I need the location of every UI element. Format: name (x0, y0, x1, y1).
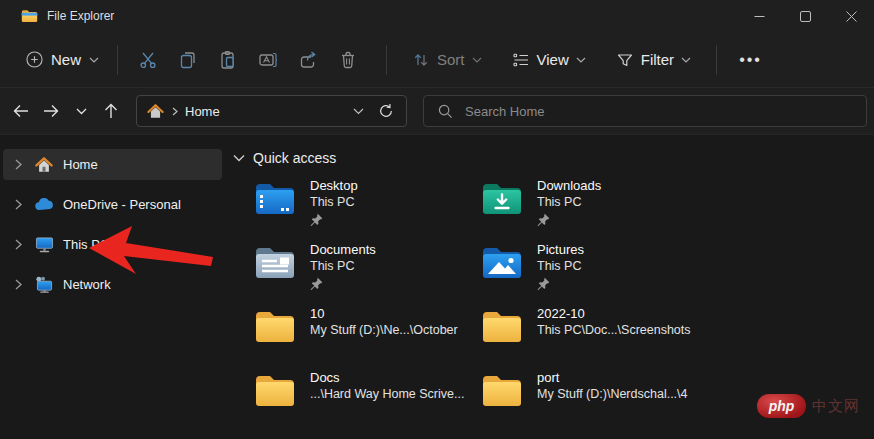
item-name: Docs (310, 370, 464, 386)
pin-icon (537, 213, 550, 226)
address-dropdown-chevron-icon[interactable] (353, 108, 364, 115)
documents-folder-icon (254, 244, 296, 280)
sort-label: Sort (437, 51, 465, 68)
chevron-right-icon[interactable] (5, 199, 31, 210)
address-bar[interactable]: Home (136, 95, 407, 127)
pictures-folder-icon (481, 244, 523, 280)
divider (386, 45, 387, 75)
sort-icon (412, 51, 430, 69)
paste-icon[interactable] (208, 42, 248, 78)
pin-icon (537, 277, 550, 290)
close-button[interactable] (828, 0, 874, 32)
breadcrumb[interactable]: Home (185, 104, 220, 119)
desktop-folder-icon (254, 180, 296, 216)
home-icon (147, 104, 164, 119)
downloads-folder-icon (481, 180, 523, 216)
sidebar-item-label: Home (63, 157, 98, 172)
chevron-down-icon (472, 57, 482, 63)
quick-access-item-10[interactable]: 10 My Stuff (D:)\Ne...\October (254, 306, 481, 370)
view-button[interactable]: View (503, 45, 595, 75)
rename-icon[interactable] (248, 42, 288, 78)
quick-access-item-pictures[interactable]: Pictures This PC (481, 242, 741, 306)
file-explorer-window: File Explorer New (0, 0, 874, 439)
chevron-right-icon[interactable] (5, 159, 31, 170)
view-label: View (537, 51, 569, 68)
search-icon (438, 104, 453, 119)
item-location: My Stuff (D:)\Ne...\October (310, 322, 458, 338)
quick-access-item-documents[interactable]: Documents This PC (254, 242, 481, 306)
chevron-right-icon[interactable] (5, 239, 31, 250)
maximize-button[interactable] (782, 0, 828, 32)
item-name: 2022-10 (537, 306, 691, 322)
network-icon (33, 276, 55, 293)
more-options-button[interactable]: ••• (727, 47, 774, 73)
quick-access-item-docs[interactable]: Docs ...\Hard Way Home Scrive... (254, 370, 481, 434)
new-button-label: New (51, 51, 81, 68)
chevron-down-icon (233, 154, 245, 162)
quick-access-section-header[interactable]: Quick access (233, 150, 874, 166)
folder-icon (21, 9, 38, 23)
quick-access-item-2022-10[interactable]: 2022-10 This PC\Doc...\Screenshots (481, 306, 741, 370)
pin-icon (310, 213, 323, 226)
php-logo: php (757, 394, 806, 418)
chevron-down-icon (89, 57, 99, 63)
sort-button[interactable]: Sort (403, 45, 491, 75)
folder-icon (481, 308, 523, 344)
pin-icon (310, 277, 323, 290)
home-icon (33, 157, 55, 173)
chevron-right-icon[interactable] (5, 279, 31, 290)
search-input[interactable] (465, 104, 845, 119)
chevron-down-icon (576, 57, 586, 63)
view-icon (512, 51, 530, 69)
quick-access-item-downloads[interactable]: Downloads This PC (481, 178, 741, 242)
item-location: This PC\Doc...\Screenshots (537, 322, 691, 338)
item-name: Desktop (310, 178, 358, 194)
quick-access-item-port[interactable]: port My Stuff (D:)\Nerdschal...\4 (481, 370, 741, 434)
item-name: Pictures (537, 242, 584, 258)
folder-icon (254, 308, 296, 344)
quick-access-item-desktop[interactable]: Desktop This PC (254, 178, 481, 242)
breadcrumb-chevron-icon (172, 107, 178, 116)
cut-icon[interactable] (128, 42, 168, 78)
command-bar: New Sort (0, 32, 874, 88)
navigation-bar: Home (0, 88, 874, 135)
item-location: My Stuff (D:)\Nerdschal...\4 (537, 386, 688, 402)
folder-icon (254, 372, 296, 408)
back-button[interactable] (6, 96, 36, 126)
search-box[interactable] (423, 95, 867, 127)
filter-label: Filter (641, 51, 674, 68)
onedrive-cloud-icon (33, 198, 55, 211)
minimize-button[interactable] (736, 0, 782, 32)
divider (117, 45, 118, 75)
item-location: ...\Hard Way Home Scrive... (310, 386, 464, 402)
item-name: Downloads (537, 178, 601, 194)
refresh-icon[interactable] (378, 103, 394, 119)
red-arrow-annotation (86, 224, 216, 284)
section-title: Quick access (253, 150, 336, 166)
item-location: This PC (537, 258, 584, 274)
share-icon[interactable] (288, 42, 328, 78)
sidebar-item-label: OneDrive - Personal (63, 197, 181, 212)
window-title: File Explorer (47, 9, 114, 23)
delete-icon[interactable] (328, 42, 368, 78)
item-location: This PC (310, 194, 358, 210)
divider (716, 45, 717, 75)
recent-locations-chevron[interactable] (66, 96, 96, 126)
watermark-text: 中文网 (812, 397, 860, 416)
sidebar-item-home[interactable]: Home (3, 149, 222, 180)
filter-button[interactable]: Filter (607, 45, 700, 75)
item-location: This PC (310, 258, 376, 274)
item-name: 10 (310, 306, 458, 322)
sidebar-item-onedrive[interactable]: OneDrive - Personal (3, 189, 222, 220)
navigation-pane: Home OneDrive - Personal This PC Network (0, 135, 225, 439)
watermark: php 中文网 (757, 394, 860, 418)
titlebar: File Explorer (0, 0, 874, 32)
new-button[interactable]: New (18, 45, 107, 74)
chevron-down-icon (681, 57, 691, 63)
copy-icon[interactable] (168, 42, 208, 78)
this-pc-icon (33, 236, 55, 253)
item-location: This PC (537, 194, 601, 210)
up-button[interactable] (96, 96, 126, 126)
forward-button[interactable] (36, 96, 66, 126)
folder-icon (481, 372, 523, 408)
